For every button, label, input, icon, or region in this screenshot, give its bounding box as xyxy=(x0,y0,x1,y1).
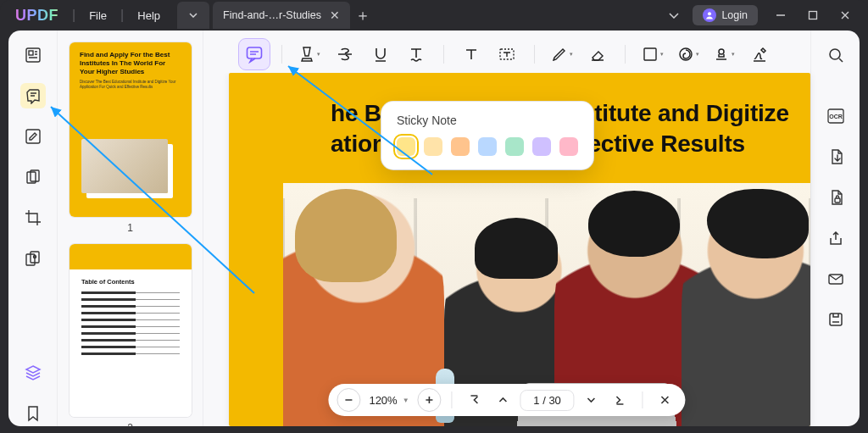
svg-rect-2 xyxy=(810,12,817,19)
thumbnail-page-1[interactable]: Find and Apply For the Best Institutes I… xyxy=(70,42,192,217)
avatar-icon xyxy=(703,8,716,22)
svg-rect-39 xyxy=(830,314,842,325)
thumb2-toc-title: Table of Contents xyxy=(81,278,180,286)
crop-tool-button[interactable] xyxy=(20,205,46,230)
color-swatches xyxy=(397,137,578,156)
share-button[interactable] xyxy=(823,225,849,251)
tab-overflow-button[interactable] xyxy=(662,9,686,22)
popover-title: Sticky Note xyxy=(397,114,578,127)
svg-text:OCR: OCR xyxy=(829,114,843,119)
pencil-tool[interactable]: ▾ xyxy=(547,39,577,69)
sticky-note-tool[interactable] xyxy=(239,39,270,69)
first-page-button[interactable] xyxy=(463,388,487,412)
stamp-tool[interactable]: ▾ xyxy=(673,39,704,69)
thumb1-label: 1 xyxy=(70,222,191,234)
document-area: ▾ ▾ ▾ ▾ ▾ Sticky Note xyxy=(203,31,810,426)
email-button[interactable] xyxy=(823,266,849,291)
annotation-toolbar: ▾ ▾ ▾ ▾ ▾ xyxy=(203,36,810,73)
svg-rect-10 xyxy=(26,130,40,143)
swatch-orange[interactable] xyxy=(451,137,470,156)
textbox-tool[interactable] xyxy=(492,39,522,69)
svg-point-0 xyxy=(708,12,711,15)
comment-tool-button[interactable] xyxy=(20,83,46,108)
form-tool-button[interactable] xyxy=(20,246,46,271)
tab-close-icon[interactable]: ✕ xyxy=(330,8,340,22)
zoom-out-button[interactable] xyxy=(337,388,360,412)
eraser-tool[interactable] xyxy=(582,39,613,69)
thumb1-subtitle: Discover The Best Educational Institute … xyxy=(80,80,181,89)
strikethrough-tool[interactable] xyxy=(330,39,360,69)
tab-dropdown-button[interactable] xyxy=(177,2,209,29)
highlighter-tool[interactable]: ▾ xyxy=(294,39,325,69)
svg-rect-37 xyxy=(835,198,840,203)
save-button[interactable] xyxy=(823,307,849,332)
login-label: Login xyxy=(721,9,748,21)
zoom-bar: 120%▼ 1 / 30 xyxy=(328,384,685,416)
shape-tool[interactable]: ▾ xyxy=(637,39,668,69)
thumbnail-page-2[interactable]: Table of Contents xyxy=(70,244,192,417)
tabstrip: Find-and-…r-Studies ✕ ＋ xyxy=(177,0,376,31)
menu-file[interactable]: File xyxy=(81,6,115,25)
underline-tool[interactable] xyxy=(365,39,396,69)
app-logo: UPDF xyxy=(7,7,67,25)
left-rail xyxy=(8,31,58,426)
swatch-pink[interactable] xyxy=(559,137,578,156)
document-tab[interactable]: Find-and-…r-Studies ✕ xyxy=(213,2,350,29)
thumb1-image xyxy=(81,139,168,193)
svg-point-33 xyxy=(830,49,840,59)
right-rail: OCR xyxy=(810,31,860,426)
sticker-tool[interactable]: ▾ xyxy=(709,39,739,69)
svg-line-34 xyxy=(839,58,843,62)
next-page-button[interactable] xyxy=(580,388,604,412)
add-tab-button[interactable]: ＋ xyxy=(350,5,376,25)
reader-tool-button[interactable] xyxy=(20,42,46,68)
swatch-yellow[interactable] xyxy=(397,137,415,156)
protect-button[interactable] xyxy=(823,185,849,210)
swatch-amber[interactable] xyxy=(424,137,442,156)
last-page-button[interactable] xyxy=(609,388,632,412)
sticky-note-popover: Sticky Note xyxy=(381,102,593,169)
svg-point-25 xyxy=(719,49,724,54)
swatch-green[interactable] xyxy=(505,137,524,156)
bookmark-button[interactable] xyxy=(20,401,46,426)
zoom-value[interactable]: 120%▼ xyxy=(365,394,412,407)
page-tool-button[interactable] xyxy=(20,164,46,190)
titlebar: UPDF | File | Help Find-and-…r-Studies ✕… xyxy=(0,0,868,31)
workspace: Find and Apply For the Best Institutes I… xyxy=(8,31,860,426)
window-maximize-button[interactable] xyxy=(797,3,829,28)
svg-rect-23 xyxy=(644,48,656,60)
text-tool[interactable] xyxy=(456,39,487,69)
convert-button[interactable] xyxy=(823,144,849,169)
close-zoombar-button[interactable] xyxy=(654,388,677,412)
swatch-blue[interactable] xyxy=(478,137,497,156)
document-tab-title: Find-and-…r-Studies xyxy=(223,9,321,21)
zoom-in-button[interactable] xyxy=(418,388,442,412)
edit-tool-button[interactable] xyxy=(20,124,46,149)
signature-tool[interactable] xyxy=(744,39,775,69)
search-button[interactable] xyxy=(823,42,849,68)
layers-button[interactable] xyxy=(20,360,46,386)
prev-page-button[interactable] xyxy=(492,388,515,412)
ocr-button[interactable]: OCR xyxy=(823,103,849,129)
swatch-purple[interactable] xyxy=(532,137,551,156)
squiggly-tool[interactable] xyxy=(401,39,431,69)
thumbnail-panel: Find and Apply For the Best Institutes I… xyxy=(58,31,203,426)
menu-help[interactable]: Help xyxy=(129,6,169,25)
svg-rect-16 xyxy=(248,47,262,58)
page-indicator[interactable]: 1 / 30 xyxy=(520,390,575,411)
svg-rect-4 xyxy=(29,51,33,55)
thumb1-title: Find and Apply For the Best Institutes I… xyxy=(80,51,181,76)
thumb2-label: 2 xyxy=(70,422,191,426)
window-close-button[interactable] xyxy=(829,3,861,28)
window-minimize-button[interactable] xyxy=(765,3,797,28)
login-button[interactable]: Login xyxy=(693,5,758,25)
